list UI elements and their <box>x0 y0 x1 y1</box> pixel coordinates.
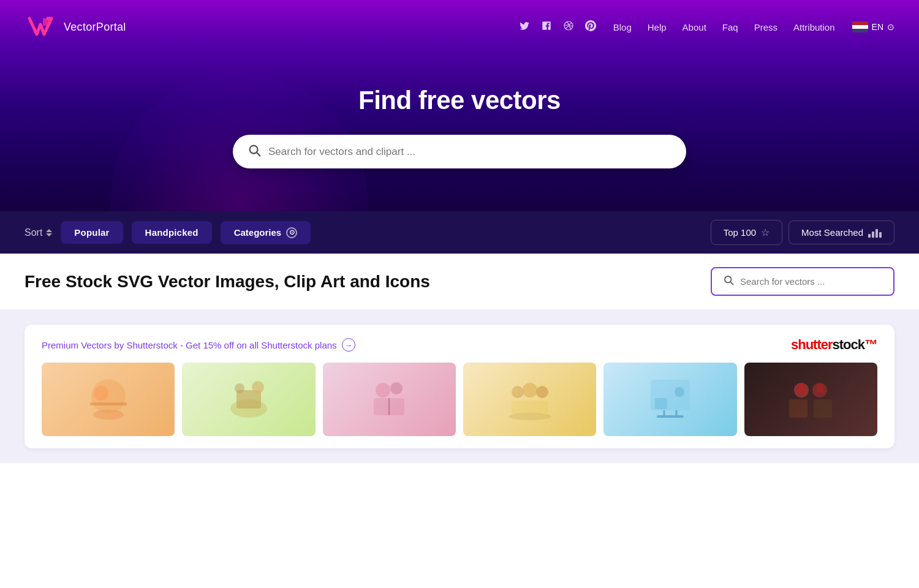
nav-blog[interactable]: Blog <box>613 22 632 32</box>
promo-image-1[interactable] <box>42 363 175 436</box>
svg-point-13 <box>376 383 390 398</box>
svg-point-18 <box>523 383 537 398</box>
svg-rect-30 <box>789 399 807 418</box>
pinterest-icon[interactable] <box>585 20 596 34</box>
most-searched-button[interactable]: Most Searched <box>789 221 894 244</box>
filter-right: Top 100 ☆ Most Searched <box>711 220 894 245</box>
promo-section: Premium Vectors by Shutterstock - Get 15… <box>0 310 919 463</box>
logo-link[interactable]: VectorPortal <box>25 11 126 43</box>
social-icons-group <box>519 20 596 34</box>
svg-rect-23 <box>655 398 667 409</box>
svg-point-24 <box>675 387 684 397</box>
promo-image-4[interactable] <box>463 363 596 436</box>
flag-icon <box>852 21 868 32</box>
page-search-icon <box>723 274 734 288</box>
page-search-box[interactable] <box>711 267 894 296</box>
categories-circle-icon: ⊙ <box>286 227 297 238</box>
lang-label: EN <box>872 22 883 32</box>
hero-section: VectorPortal Blog Help Abou <box>0 0 919 211</box>
svg-point-11 <box>252 381 264 393</box>
promo-image-3[interactable] <box>323 363 456 436</box>
hero-title: Find free vectors <box>12 86 907 115</box>
svg-rect-20 <box>512 401 548 414</box>
promo-image-5[interactable] <box>603 363 736 436</box>
shutterstock-logo: shutterstock™ <box>791 337 877 353</box>
nav-help[interactable]: Help <box>648 22 667 32</box>
sort-arrows-icon <box>46 229 52 236</box>
svg-rect-31 <box>814 399 832 418</box>
page-search-input[interactable] <box>740 276 875 287</box>
svg-point-7 <box>94 386 108 401</box>
svg-rect-33 <box>817 384 823 393</box>
nav-faq[interactable]: Faq <box>722 22 738 32</box>
language-selector[interactable]: EN ⊙ <box>852 21 894 32</box>
svg-line-2 <box>257 153 260 156</box>
filter-bar: Sort Popular Handpicked Categories ⊙ Top… <box>0 211 919 254</box>
star-icon: ☆ <box>761 227 770 238</box>
hero-search-box <box>233 135 686 168</box>
nav-attribution[interactable]: Attribution <box>793 22 835 32</box>
page-title: Free Stock SVG Vector Images, Clip Art a… <box>25 272 430 292</box>
hero-content: Find free vectors <box>0 49 919 199</box>
promo-link[interactable]: Premium Vectors by Shutterstock - Get 15… <box>42 338 355 352</box>
page-title-bar: Free Stock SVG Vector Images, Clip Art a… <box>0 254 919 310</box>
svg-rect-32 <box>798 384 804 393</box>
promo-card: Premium Vectors by Shutterstock - Get 15… <box>25 325 894 448</box>
svg-point-12 <box>235 383 244 393</box>
svg-point-17 <box>512 386 524 398</box>
svg-point-6 <box>93 410 124 420</box>
twitter-icon[interactable] <box>519 20 530 34</box>
popular-button[interactable]: Popular <box>61 221 123 244</box>
handpicked-button[interactable]: Handpicked <box>132 221 212 244</box>
svg-point-14 <box>390 382 403 394</box>
svg-line-4 <box>730 282 733 284</box>
facebook-icon[interactable] <box>541 20 552 34</box>
hero-search-wrap <box>233 135 686 168</box>
top-navigation: VectorPortal Blog Help Abou <box>0 0 919 49</box>
promo-images <box>42 363 877 436</box>
hero-search-icon <box>248 143 261 160</box>
barchart-icon <box>868 228 882 238</box>
nav-press[interactable]: Press <box>754 22 777 32</box>
nav-right: Blog Help About Faq Press Attribution EN… <box>519 20 894 34</box>
promo-image-6[interactable] <box>744 363 877 436</box>
nav-about[interactable]: About <box>683 22 706 32</box>
hero-search-input[interactable] <box>268 146 671 158</box>
sort-label: Sort <box>25 227 52 238</box>
lang-chevron-icon: ⊙ <box>887 22 894 32</box>
logo-icon <box>25 11 56 43</box>
svg-point-19 <box>536 386 548 398</box>
filter-left: Sort Popular Handpicked Categories ⊙ <box>25 221 311 244</box>
promo-top: Premium Vectors by Shutterstock - Get 15… <box>42 337 877 353</box>
svg-rect-8 <box>90 402 127 405</box>
dribbble-icon[interactable] <box>563 20 574 34</box>
svg-point-21 <box>509 413 551 420</box>
main-nav-links: Blog Help About Faq Press Attribution <box>613 22 835 32</box>
promo-arrow-icon: → <box>342 338 355 352</box>
logo-text: VectorPortal <box>64 21 126 34</box>
top100-button[interactable]: Top 100 ☆ <box>711 220 782 245</box>
promo-image-2[interactable] <box>182 363 315 436</box>
categories-button[interactable]: Categories ⊙ <box>221 221 311 244</box>
